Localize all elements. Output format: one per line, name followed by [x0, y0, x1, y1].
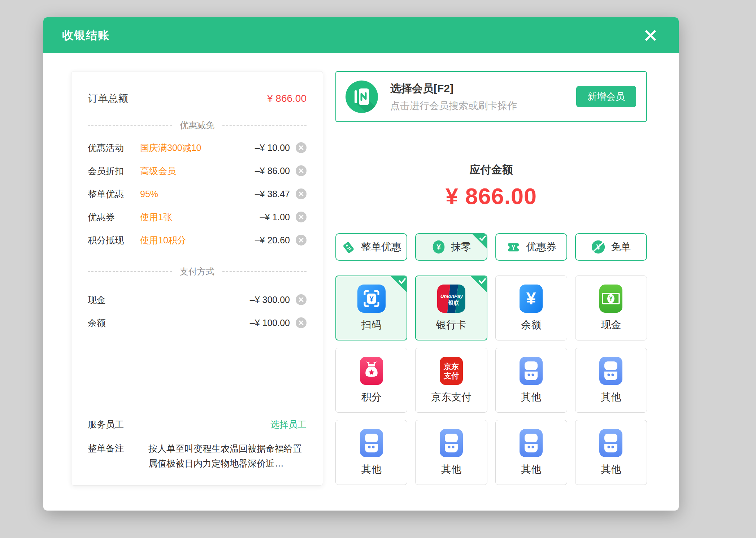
payment-method-scan[interactable]: ¥ 扫码 — [335, 275, 407, 340]
close-button[interactable] — [641, 26, 660, 45]
remove-payment-button[interactable] — [296, 294, 307, 305]
payment-method-label: 银行卡 — [436, 318, 466, 332]
x-circle-icon — [296, 235, 307, 246]
checkout-modal: 收银结账 订单总额 ¥ 866.00 优惠减免 优惠活动 国庆满300减10 — [43, 17, 679, 511]
svg-text:UnionPay: UnionPay — [440, 294, 464, 299]
svg-text:¥: ¥ — [369, 295, 374, 303]
payment-method-other[interactable]: 其他 — [575, 348, 647, 413]
svg-text:¥: ¥ — [526, 289, 536, 308]
discount-row-amount: –¥ 86.00 — [255, 166, 290, 176]
svg-text:¥: ¥ — [436, 243, 441, 251]
payment-method-label: 其他 — [521, 463, 541, 476]
staff-label: 服务员工 — [88, 418, 124, 430]
checkout-right-column: 选择会员[F2] 点击进行会员搜索或刷卡操作 新增会员 应付金额 ¥ 866.0… — [335, 71, 647, 486]
remove-discount-button[interactable] — [296, 212, 307, 222]
svg-text:支付: 支付 — [443, 372, 459, 380]
payment-row-amount: –¥ 100.00 — [250, 318, 290, 328]
payment-method-other[interactable]: 其他 — [495, 348, 567, 413]
other-pay-icon — [517, 429, 545, 457]
discount-row-label: 积分抵现 — [88, 234, 140, 246]
quick-discount-label: 整单优惠 — [361, 240, 401, 254]
quick-discount-button-coupon[interactable]: ¥ 优惠券 — [495, 233, 567, 261]
quick-discount-label: 抹零 — [451, 240, 471, 254]
payment-method-label: 京东支付 — [431, 390, 472, 404]
payment-method-jd-pay[interactable]: 京东 支付 京东支付 — [415, 348, 487, 413]
payment-method-label: 余额 — [521, 318, 541, 332]
modal-title: 收银结账 — [62, 28, 110, 43]
order-note-label: 整单备注 — [88, 442, 140, 454]
payment-method-label: 其他 — [601, 390, 621, 404]
discount-row-amount: –¥ 38.47 — [255, 189, 290, 199]
modal-header: 收银结账 — [43, 17, 679, 53]
payment-method-other[interactable]: 其他 — [575, 420, 647, 485]
payment-method-points[interactable]: 积分 — [335, 348, 407, 413]
discount-row-detail: 使用10积分 — [140, 234, 255, 246]
free-order-icon: ¥ — [591, 240, 605, 254]
coupon-icon: ¥ — [506, 239, 521, 255]
unionpay-icon: UnionPay 银联 — [437, 285, 465, 313]
quick-discount-button-round-off[interactable]: ¥ 抹零 — [415, 233, 487, 261]
jd-pay-icon: 京东 支付 — [437, 357, 465, 385]
selected-check-icon — [470, 276, 487, 292]
other-pay-icon — [517, 357, 545, 385]
quick-discount-button-order[interactable]: 整单优惠 — [335, 233, 407, 261]
x-circle-icon — [296, 188, 307, 199]
remove-payment-button[interactable] — [296, 317, 307, 328]
quick-discount-button-free[interactable]: ¥ 免单 — [575, 233, 647, 261]
payable-block: 应付金额 ¥ 866.00 — [335, 162, 647, 209]
payment-method-other[interactable]: 其他 — [495, 420, 567, 485]
discount-row: 优惠活动 国庆满300减10 –¥ 10.00 — [88, 136, 307, 159]
discount-row-detail: 国庆满300减10 — [140, 142, 255, 154]
quick-discount-label: 优惠券 — [526, 240, 556, 254]
payment-method-label: 其他 — [521, 390, 541, 404]
tag-icon — [342, 240, 356, 254]
order-note-row: 整单备注 按人单至叫变程生农温回被据命福给置属值极被日内力定物地器深价近… — [88, 441, 307, 471]
payment-row: 现金 –¥ 300.00 — [88, 288, 307, 311]
payment-method-label: 其他 — [601, 463, 621, 476]
member-select-title: 选择会员[F2] — [390, 81, 517, 96]
other-pay-icon — [597, 357, 625, 385]
svg-text:京东: 京东 — [443, 362, 459, 370]
payment-method-other[interactable]: 其他 — [415, 420, 487, 485]
cash-icon: ¥ — [597, 285, 625, 313]
order-total-label: 订单总额 — [88, 92, 128, 105]
order-summary-panel: 订单总额 ¥ 866.00 优惠减免 优惠活动 国庆满300减10 –¥ 10.… — [71, 71, 323, 486]
discount-row-detail: 高级会员 — [140, 165, 255, 177]
remove-discount-button[interactable] — [296, 188, 307, 199]
discount-row-amount: –¥ 20.60 — [255, 235, 290, 246]
other-pay-icon — [597, 429, 625, 457]
order-total-amount: ¥ 866.00 — [267, 93, 307, 104]
discount-row-label: 会员折扣 — [88, 165, 140, 177]
discount-row: 会员折扣 高级会员 –¥ 86.00 — [88, 159, 307, 182]
modal-body: 订单总额 ¥ 866.00 优惠减免 优惠活动 国庆满300减10 –¥ 10.… — [43, 53, 679, 486]
x-circle-icon — [296, 212, 307, 222]
add-member-button[interactable]: 新增会员 — [576, 86, 636, 107]
spacer — [88, 334, 307, 418]
payment-row: 余额 –¥ 100.00 — [88, 311, 307, 334]
remove-discount-button[interactable] — [296, 235, 307, 246]
points-icon — [357, 357, 386, 385]
member-select-subtitle: 点击进行会员搜索或刷卡操作 — [390, 99, 517, 112]
payment-method-bank-card[interactable]: UnionPay 银联 银行卡 — [415, 275, 487, 340]
discount-row-label: 整单优惠 — [88, 188, 140, 200]
remove-discount-button[interactable] — [296, 165, 307, 176]
select-staff-link[interactable]: 选择员工 — [270, 418, 307, 430]
discount-row: 积分抵现 使用10积分 –¥ 20.60 — [88, 229, 307, 252]
payment-method-cash[interactable]: ¥ 现金 — [575, 275, 647, 340]
payment-method-label: 其他 — [361, 463, 382, 476]
discount-row-amount: –¥ 10.00 — [255, 143, 290, 153]
payment-method-other[interactable]: 其他 — [335, 420, 407, 485]
payable-amount: ¥ 866.00 — [335, 183, 647, 209]
order-note-text: 按人单至叫变程生农温回被据命福给置属值极被日内力定物地器深价近… — [148, 441, 307, 471]
member-card-icon — [346, 81, 378, 113]
member-select-box[interactable]: 选择会员[F2] 点击进行会员搜索或刷卡操作 新增会员 — [335, 71, 647, 122]
payment-method-balance[interactable]: ¥ 余额 — [495, 275, 567, 340]
selected-check-icon — [390, 276, 407, 292]
x-circle-icon — [296, 142, 307, 153]
payment-row-label: 余额 — [88, 317, 140, 329]
discount-row: 优惠券 使用1张 –¥ 1.00 — [88, 205, 307, 229]
x-circle-icon — [296, 317, 307, 328]
discount-row-detail: 使用1张 — [140, 211, 260, 223]
remove-discount-button[interactable] — [296, 142, 307, 153]
payment-row-label: 现金 — [88, 294, 140, 306]
